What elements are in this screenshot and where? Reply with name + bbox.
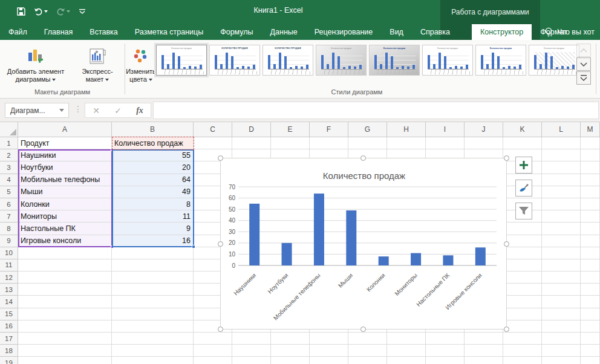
cell-C19[interactable] — [194, 357, 232, 364]
undo-dropdown-icon[interactable] — [44, 10, 48, 13]
bar-Колонки[interactable] — [379, 256, 389, 265]
chart-style-style-4[interactable]: Количество продаж — [316, 45, 367, 76]
tab-главная[interactable]: Главная — [36, 24, 82, 40]
chart-resize-handle[interactable] — [504, 327, 509, 332]
cell-M15[interactable] — [581, 308, 600, 320]
cell-I18[interactable] — [426, 345, 465, 357]
bar-Мониторы[interactable] — [411, 253, 421, 265]
cell-I19[interactable] — [426, 357, 465, 364]
cell-G18[interactable] — [348, 345, 387, 357]
cell-L8[interactable] — [542, 223, 581, 235]
column-header-E[interactable]: E — [271, 122, 310, 137]
cell-K15[interactable] — [503, 308, 542, 320]
bar-Наушники[interactable] — [249, 204, 259, 265]
chart-resize-handle[interactable] — [504, 241, 509, 247]
row-header-2[interactable]: 2 — [0, 149, 18, 161]
cell-M8[interactable] — [581, 223, 600, 235]
cell-B1[interactable]: Количество продаж — [112, 137, 194, 149]
cell-M14[interactable] — [581, 296, 600, 308]
cell-H19[interactable] — [387, 357, 426, 364]
column-header-G[interactable]: G — [348, 122, 387, 137]
row-header-15[interactable]: 15 — [0, 308, 18, 320]
cell-B19[interactable] — [112, 357, 194, 364]
cell-A3[interactable]: Ноутбуки — [18, 161, 112, 174]
cell-K13[interactable] — [503, 284, 542, 296]
chart-style-style-1[interactable]: Количество продаж — [156, 45, 207, 76]
tab-вставка[interactable]: Вставка — [81, 24, 126, 40]
cell-K9[interactable] — [503, 235, 542, 247]
cell-A4[interactable]: Мобильные телефоны — [18, 174, 112, 186]
chart-resize-handle[interactable] — [218, 241, 223, 247]
gallery-more-button[interactable] — [576, 71, 591, 85]
cell-M3[interactable] — [581, 161, 600, 174]
column-header-K[interactable]: K — [503, 122, 542, 137]
cell-L3[interactable] — [542, 161, 581, 174]
chart-title[interactable]: Количество продаж — [323, 171, 405, 181]
cell-H18[interactable] — [387, 345, 426, 357]
column-header-L[interactable]: L — [542, 122, 581, 137]
row-header-13[interactable]: 13 — [0, 284, 18, 296]
chart-styles-button[interactable] — [515, 180, 532, 197]
cell-F19[interactable] — [310, 357, 348, 364]
cell-K17[interactable] — [503, 333, 542, 345]
cell-A11[interactable] — [18, 259, 112, 271]
cell-K12[interactable] — [503, 271, 542, 284]
tab-разметка-страницы[interactable]: Разметка страницы — [126, 24, 212, 40]
cell-A16[interactable] — [18, 320, 112, 333]
cell-L13[interactable] — [542, 284, 581, 296]
chart-style-style-6[interactable]: Количество продаж — [422, 45, 473, 76]
cell-A6[interactable]: Колонки — [18, 198, 112, 210]
cell-A10[interactable] — [18, 247, 112, 259]
add-chart-element-button[interactable]: Добавить элемент диаграммы — [1, 42, 70, 93]
chart-filters-button[interactable] — [515, 203, 532, 219]
cell-A13[interactable] — [18, 284, 112, 296]
bar-Мобильные телефоны[interactable] — [314, 193, 324, 265]
tab-данные[interactable]: Данные — [262, 24, 306, 40]
cell-K16[interactable] — [503, 320, 542, 333]
column-header-B[interactable]: B — [112, 122, 194, 137]
cell-L4[interactable] — [542, 174, 581, 186]
cell-L16[interactable] — [542, 320, 581, 333]
row-header-18[interactable]: 18 — [0, 345, 18, 357]
row-header-1[interactable]: 1 — [0, 137, 18, 149]
customize-qat-icon[interactable] — [79, 8, 86, 15]
undo-icon[interactable] — [34, 8, 48, 16]
cell-M10[interactable] — [581, 247, 600, 259]
chart-resize-handle[interactable] — [360, 155, 366, 161]
cell-B2[interactable]: 55 — [112, 149, 194, 161]
change-colors-button[interactable]: Изменить цвета — [126, 42, 155, 93]
bar-Ноутбуки[interactable] — [282, 243, 292, 265]
cell-G1[interactable] — [348, 137, 387, 149]
chart-style-style-7[interactable]: Количество продаж — [475, 45, 526, 76]
column-header-H[interactable]: H — [387, 122, 426, 137]
row-header-7[interactable]: 7 — [0, 210, 18, 223]
cell-B16[interactable] — [112, 320, 194, 333]
cell-M6[interactable] — [581, 198, 600, 210]
cell-M18[interactable] — [581, 345, 600, 357]
formula-input[interactable] — [153, 102, 599, 119]
tell-me-box[interactable]: Что вы хот — [544, 24, 600, 40]
cell-B7[interactable]: 11 — [112, 210, 194, 223]
tab-вид[interactable]: Вид — [381, 24, 412, 40]
cell-L1[interactable] — [542, 137, 581, 149]
cell-D18[interactable] — [232, 345, 271, 357]
row-header-6[interactable]: 6 — [0, 198, 18, 210]
cell-M1[interactable] — [581, 137, 600, 149]
save-icon[interactable] — [17, 7, 25, 16]
cell-I1[interactable] — [426, 137, 465, 149]
cell-M16[interactable] — [581, 320, 600, 333]
row-header-5[interactable]: 5 — [0, 186, 18, 198]
cell-M5[interactable] — [581, 186, 600, 198]
cell-B10[interactable] — [112, 247, 194, 259]
cell-D17[interactable] — [232, 333, 271, 345]
select-all-corner[interactable] — [0, 122, 18, 137]
column-header-I[interactable]: I — [426, 122, 465, 137]
row-header-16[interactable]: 16 — [0, 320, 18, 333]
column-header-F[interactable]: F — [310, 122, 348, 137]
row-header-11[interactable]: 11 — [0, 259, 18, 271]
name-box-dropdown-icon[interactable] — [59, 109, 64, 112]
cell-A5[interactable]: Мыши — [18, 186, 112, 198]
name-box[interactable]: Диаграм... — [5, 103, 69, 118]
chart-object[interactable]: Количество продаж010203040506070Наушники… — [220, 158, 507, 330]
cell-D1[interactable] — [232, 137, 271, 149]
